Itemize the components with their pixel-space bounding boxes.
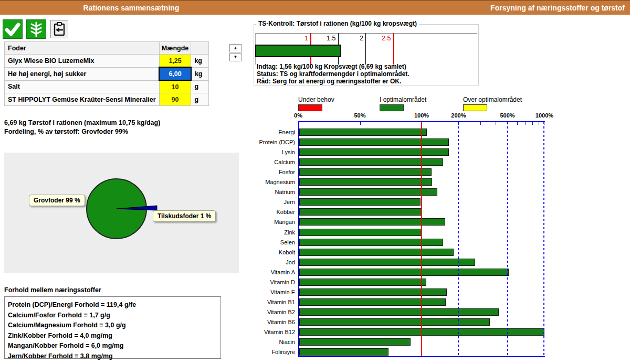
bar-category-label: Zink	[231, 229, 295, 236]
amount-cell[interactable]: 6,00	[159, 67, 191, 80]
unit-cell: g	[191, 93, 209, 106]
axis-bottom-line	[298, 356, 545, 357]
ts-status-line: Råd: Sørg for at energi og næringsstoffe…	[257, 78, 410, 85]
amount-cell[interactable]: 10	[159, 80, 191, 93]
bar-category-label: Niacin	[231, 338, 295, 346]
table-row: Salt10g	[5, 80, 209, 93]
bar-chart-plot: EnergiProtein (DCP)LysinCalciumFosforMag…	[298, 121, 545, 357]
reference-line-100pct	[421, 122, 422, 356]
ts-control-text: Indtag: 1,56 kg/100 kg Kropsvægt (6,69 k…	[257, 63, 410, 85]
bar-category-label: Vitamin B2	[231, 308, 295, 316]
legend-swatch	[463, 104, 487, 111]
axis-tick	[517, 122, 518, 125]
scroll-up-button[interactable]: ▲	[229, 44, 242, 52]
legend-item: Under behov	[298, 97, 334, 111]
bar	[299, 249, 454, 256]
axis-tick	[480, 122, 481, 125]
bar	[299, 218, 445, 226]
dashed-guide-line	[543, 122, 544, 356]
distribution-summary-line: Fordeling, % av tørstoff: Grovfoder 99%	[4, 127, 128, 136]
legend-item: I optimalområdet	[380, 97, 426, 111]
axis-tick-label: 100%	[405, 112, 438, 119]
bar	[299, 148, 449, 156]
axis-tick	[539, 122, 539, 125]
dashed-guide-line	[458, 122, 459, 356]
bar-category-label: Vitamin B1	[231, 298, 295, 306]
bar	[299, 138, 449, 146]
scroll-down-button[interactable]: ▼	[229, 53, 242, 61]
gauge-tick-label: 2	[345, 35, 363, 42]
column-header-foder: Foder	[5, 42, 160, 55]
amount-cell[interactable]: 90	[159, 93, 191, 106]
table-row: Glyx Wiese BIO LuzerneMix1,25kg	[5, 55, 209, 68]
amount-cell[interactable]: 1,25	[159, 55, 191, 68]
bar-category-label: Vitamin B12	[231, 328, 295, 336]
legend-item: Over optimalområdet	[463, 97, 522, 111]
gauge-tick-line	[393, 33, 394, 65]
axis-tick	[526, 122, 526, 125]
feed-name-cell: Hø høj energi, høj sukker	[5, 67, 160, 80]
ts-status-line: Indtag: 1,56 kg/100 kg Kropsvægt (6,69 k…	[257, 63, 410, 71]
legend-label: I optimalområdet	[380, 97, 426, 103]
gauge-tick-label: 1	[290, 35, 308, 42]
bar-category-label: Vitamin D	[231, 279, 295, 286]
feed-button[interactable]	[26, 19, 46, 39]
ts-status-line: Status: TS og kraftfodermengder i optima…	[257, 71, 410, 78]
bar	[299, 178, 432, 186]
confirm-button[interactable]	[3, 19, 23, 39]
bar-category-label: Kobolt	[231, 249, 295, 256]
feed-name-cell: Glyx Wiese BIO LuzerneMix	[5, 55, 160, 68]
table-row: Hø høj energi, høj sukker6,00kg	[5, 67, 209, 80]
drymatter-summary-line: 6,69 kg Tørstof i rationen (maximum 10,7…	[4, 119, 160, 127]
pie-label-tilskudsfoder: Tilskudsfoder 1 %	[153, 210, 216, 222]
bar-category-label: Mangan	[231, 218, 295, 226]
column-header-unit	[191, 42, 209, 55]
bar-category-label: Jod	[231, 259, 295, 266]
bar	[299, 168, 432, 176]
gauge-tick-line	[365, 33, 366, 65]
ratios-heading: Forhold mellem næringsstoffer	[4, 286, 101, 295]
wheat-icon	[27, 31, 46, 40]
axis-tick-label: 200%	[442, 112, 475, 119]
axis-tick-label: 0%	[281, 112, 315, 119]
page-title-left: Rationens sammensætning	[0, 1, 262, 15]
unit-cell: kg	[191, 55, 209, 68]
bar-category-label: Folinsyre	[231, 348, 295, 356]
bar	[299, 269, 509, 276]
bar-category-label: Vitamin B6	[231, 318, 295, 326]
feed-table-header: Foder Mængde	[5, 42, 209, 55]
axis-tick-label: 1000%	[528, 112, 561, 119]
bar-category-label: Vitamin A	[231, 269, 295, 276]
gauge-tick-label: 1.5	[318, 35, 336, 42]
paste-button[interactable]	[50, 20, 68, 38]
bar	[299, 259, 475, 266]
bar-category-label: Magnesium	[231, 178, 295, 186]
bar-category-label: Lysin	[231, 148, 295, 156]
ratio-line: Jern/Kobber Forhold = 3,8 mg/mg	[8, 351, 220, 362]
legend-swatch	[298, 104, 322, 111]
bar	[299, 279, 426, 286]
table-row: ST HIPPOLYT Gemüse Kraüter-Sensi Mineral…	[5, 93, 209, 106]
header-bar: Rationens sammensætning Forsyning af nær…	[0, 0, 630, 15]
bar-category-label: Calcium	[231, 158, 295, 166]
bar	[299, 229, 422, 236]
bar-category-label: Vitamin E	[231, 288, 295, 296]
gauge-tick-label: 2.5	[373, 35, 391, 42]
feed-name-cell: ST HIPPOLYT Gemüse Kraüter-Sensi Mineral…	[5, 93, 160, 106]
bar	[299, 308, 499, 316]
bar-category-label: Energi	[231, 129, 295, 136]
ratio-line: Protein (DCP)/Energi Forhold = 119,4 g/f…	[8, 300, 220, 311]
application-window: Rationens sammensætning Forsyning af nær…	[0, 0, 630, 364]
legend-label: Under behov	[298, 97, 334, 103]
ratio-line: Calcium/Magnesium Forhold = 3,0 g/g	[8, 320, 220, 331]
bar-category-label: Fosfor	[231, 168, 295, 176]
check-icon	[3, 31, 22, 40]
bar	[299, 348, 388, 356]
ratio-line: Zink/Kobber Forhold = 4,0 mg/mg	[8, 331, 220, 341]
bar-category-label: Kobber	[231, 208, 295, 216]
pie-label-grovfoder: Grovfoder 99 %	[29, 195, 85, 206]
unit-cell: kg	[191, 67, 209, 80]
bar	[299, 298, 446, 306]
gauge-value-bar	[255, 45, 341, 57]
axis-tick-label: 50%	[343, 112, 377, 119]
